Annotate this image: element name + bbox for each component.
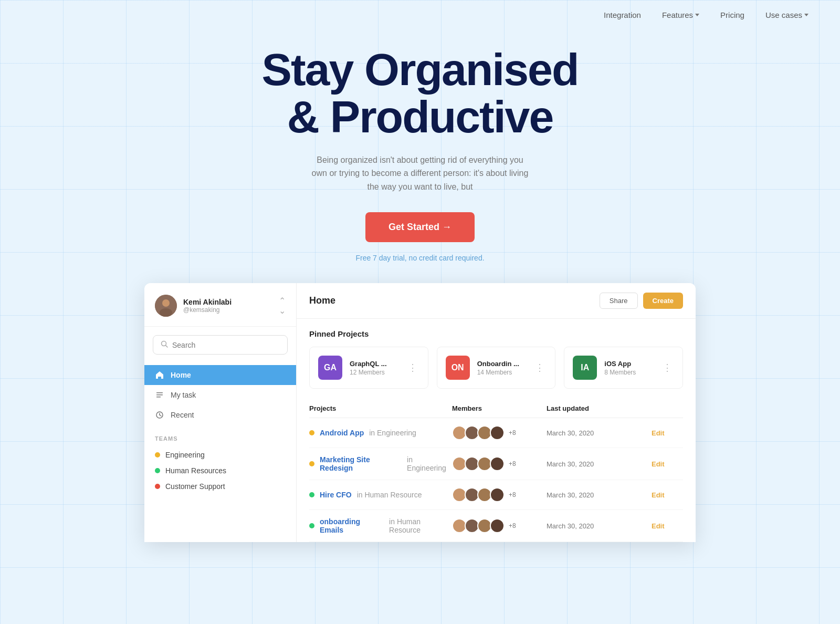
search-icon [161,340,168,349]
status-dot [309,523,314,528]
project-cell: Android App in Engineering [309,429,452,437]
members-cell: +8 [452,425,547,440]
project-cell: Marketing Site Redesign in Engineering [309,455,452,472]
project-cell: Hire CFO in Human Resource [309,491,452,499]
search-input[interactable] [172,341,280,349]
svg-point-2 [160,308,172,317]
sidebar-item-label: Home [171,371,191,379]
members-cell: +8 [452,518,547,533]
sidebar-item-recent[interactable]: Recent [144,405,296,425]
member-avatar [490,518,505,533]
main-content: Home Share Create Pinned Projects GA Gra… [297,283,696,542]
project-info: Onboardin ... 14 Members [477,360,526,376]
member-avatar [490,425,505,440]
share-button[interactable]: Share [600,293,638,309]
project-team: in Human Resource [389,517,452,534]
svg-point-1 [162,299,170,307]
team-label: Engineering [165,451,205,459]
sidebar-item-label: My task [171,391,196,399]
project-team: in Engineering [407,455,452,472]
sidebar-item-home[interactable]: Home [144,365,296,385]
sidebar-item-human-resources[interactable]: Human Resources [155,463,286,479]
teams-section: TEAMS Engineering Human Resources Custom… [144,427,296,498]
card-menu-icon[interactable]: ⋮ [660,360,674,376]
pinned-projects-title: Pinned Projects [309,329,683,338]
svg-rect-6 [156,394,163,396]
create-button[interactable]: Create [643,293,683,309]
chevron-down-icon [804,14,808,16]
nav-pricing[interactable]: Pricing [720,11,744,19]
teams-label: TEAMS [155,435,286,442]
member-avatar [490,456,505,471]
sidebar-item-engineering[interactable]: Engineering [155,447,286,463]
trial-text: Free 7 day trial, no credit card require… [10,254,830,262]
status-dot [309,492,314,497]
expand-icon[interactable]: ⌃⌄ [279,296,286,316]
members-cell: +8 [452,456,547,471]
card-menu-icon[interactable]: ⋮ [406,360,419,376]
page-title: Home [309,295,335,306]
sidebar-item-customer-support[interactable]: Customer Support [155,479,286,494]
team-dot [155,452,160,457]
sidebar-item-my-task[interactable]: My task [144,385,296,405]
svg-line-10 [160,415,161,416]
team-label: Human Resources [165,466,226,475]
projects-table: Projects Members Last updated Android Ap… [297,399,696,542]
table-row: Hire CFO in Human Resource +8 March 30, … [309,480,683,510]
project-info: iOS App 8 Members [604,360,653,376]
svg-rect-5 [156,392,163,393]
user-handle: @kemsaking [183,306,272,314]
date-cell: March 30, 2020 [547,522,652,530]
member-count: +8 [509,491,516,498]
table-row: onboarding Emails in Human Resource +8 M… [309,510,683,542]
project-icon: GA [318,356,342,380]
pinned-card-ios: IA iOS App 8 Members ⋮ [564,347,683,389]
edit-link[interactable]: Edit [652,429,683,437]
member-count: +8 [509,460,516,467]
home-icon [155,371,164,379]
edit-link[interactable]: Edit [652,460,683,468]
project-link[interactable]: Hire CFO [320,491,352,499]
hero-section: Stay Organised & Productive Being organi… [0,30,840,283]
sidebar-item-label: Recent [171,411,194,419]
project-link[interactable]: Marketing Site Redesign [320,455,402,472]
nav-integration[interactable]: Integration [604,11,641,19]
table-row: Marketing Site Redesign in Engineering +… [309,448,683,480]
sidebar-nav: Home My task [144,363,296,427]
team-dot [155,468,160,473]
list-icon [155,391,164,399]
user-name: Kemi Akinlabi [183,298,272,306]
table-header: Projects Members Last updated [309,399,683,418]
sidebar-user: Kemi Akinlabi @kemsaking ⌃⌄ [144,283,296,327]
project-team: in Engineering [369,429,416,437]
sidebar-search[interactable] [153,335,288,355]
status-dot [309,430,314,435]
sidebar: Kemi Akinlabi @kemsaking ⌃⌄ [144,283,297,542]
team-dot [155,484,160,489]
clock-icon [155,411,164,419]
nav-features[interactable]: Features [662,11,699,19]
get-started-button[interactable]: Get Started → [365,212,475,242]
nav-use-cases[interactable]: Use cases [765,11,808,19]
project-cell: onboarding Emails in Human Resource [309,517,452,534]
date-cell: March 30, 2020 [547,429,652,437]
project-name: iOS App [604,360,653,368]
pinned-projects-section: Pinned Projects GA GraphQL ... 12 Member… [297,319,696,399]
edit-link[interactable]: Edit [652,522,683,530]
hero-title: Stay Organised & Productive [10,46,830,141]
project-members: 8 Members [604,369,653,376]
date-cell: March 30, 2020 [547,460,652,468]
pinned-card-onboarding: ON Onboardin ... 14 Members ⋮ [437,347,556,389]
member-count: +8 [509,522,516,529]
pinned-card-graphql: GA GraphQL ... 12 Members ⋮ [309,347,428,389]
svg-rect-7 [156,397,161,398]
chevron-down-icon [695,14,699,16]
project-link[interactable]: Android App [320,429,364,437]
project-link[interactable]: onboarding Emails [320,517,384,534]
status-dot [309,461,314,466]
member-avatar [490,487,505,502]
card-menu-icon[interactable]: ⋮ [533,360,547,376]
date-cell: March 30, 2020 [547,491,652,499]
col-header-actions [652,404,683,412]
edit-link[interactable]: Edit [652,491,683,499]
